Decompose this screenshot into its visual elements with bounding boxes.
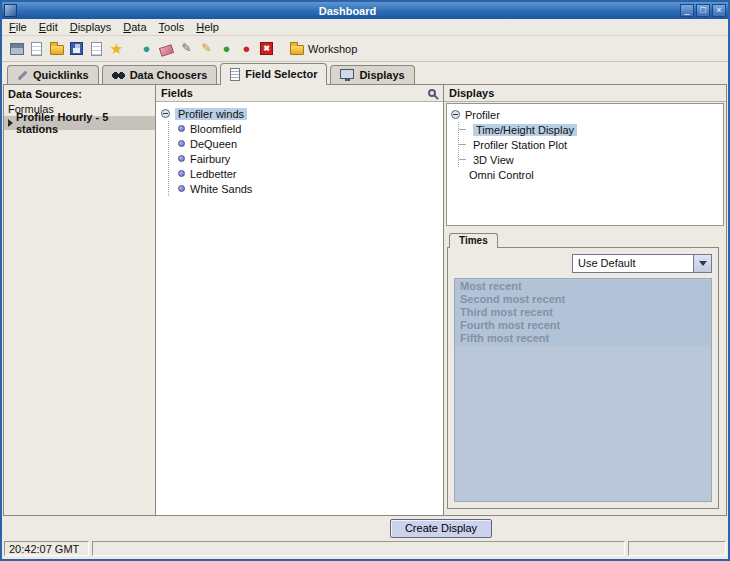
chevron-down-icon <box>699 261 707 266</box>
print-icon <box>91 42 102 56</box>
erase-icon <box>159 44 174 57</box>
fields-header-label: Fields <box>161 87 193 99</box>
binoculars-icon <box>112 71 125 80</box>
stop-loads-icon: ✖ <box>260 42 273 55</box>
fields-panel: Fields Profiler winds Bloomfield DeQueen <box>156 85 444 515</box>
tree-node[interactable]: Profiler Station Plot <box>459 137 719 152</box>
tree-connector <box>459 129 466 130</box>
fields-header: Fields <box>156 85 443 102</box>
workshop-group[interactable]: Workshop <box>290 42 357 55</box>
data-source-item-selected[interactable]: Profiler Hourly - 5 stations <box>4 116 155 130</box>
menu-data[interactable]: Data <box>119 20 154 34</box>
leaf-icon <box>178 125 185 132</box>
minimize-button[interactable]: _ <box>680 4 694 17</box>
tree-node-selected[interactable]: Time/Height Display <box>459 122 719 137</box>
show-dashboard-icon <box>10 43 24 55</box>
data-sources-header: Data Sources: <box>4 85 155 102</box>
tree-node-label: Profiler Station Plot <box>473 139 567 151</box>
tree-connector <box>459 159 466 160</box>
menu-displays[interactable]: Displays <box>66 20 120 34</box>
menu-help[interactable]: Help <box>192 20 227 34</box>
memory-field <box>628 541 726 556</box>
history-icon[interactable]: ● <box>138 40 155 57</box>
dashboard-window: Dashboard _ □ × File Edit Displays Data … <box>0 0 730 561</box>
workshop-label: Workshop <box>308 43 357 55</box>
menu-tools[interactable]: Tools <box>155 20 193 34</box>
time-list-item[interactable]: Fifth most recent <box>455 332 711 345</box>
selection-arrow-icon <box>8 119 13 127</box>
close-button[interactable]: × <box>712 4 726 17</box>
menubar: File Edit Displays Data Tools Help <box>2 19 728 36</box>
leaf-icon <box>178 170 185 177</box>
menu-edit[interactable]: Edit <box>35 20 66 34</box>
tree-node[interactable]: 3D View <box>459 152 719 167</box>
tree-expand-handle-icon[interactable] <box>161 109 170 118</box>
dropdown-value: Use Default <box>573 255 693 272</box>
window-menu-icon[interactable] <box>4 4 17 17</box>
tree-expand-handle-icon[interactable] <box>451 110 460 119</box>
tree-node-label: White Sands <box>190 183 252 195</box>
record-icon[interactable]: ● <box>238 40 255 57</box>
run-icon[interactable]: ● <box>218 40 235 57</box>
main-tabs: Quicklinks Data Choosers Field Selector … <box>2 62 728 84</box>
tree-node-label: Bloomfield <box>190 123 241 135</box>
displays-panel: Displays Profiler Time/Height Display Pr… <box>444 85 726 515</box>
tree-node-root[interactable]: Profiler <box>451 107 719 122</box>
times-mode-dropdown[interactable]: Use Default <box>572 254 712 273</box>
tree-node[interactable]: White Sands <box>169 181 438 196</box>
displays-header-label: Displays <box>449 87 494 99</box>
times-panel: Times Use Default Most recent Second mos… <box>447 233 719 509</box>
tree-node[interactable]: Ledbetter <box>169 166 438 181</box>
draw-icon[interactable]: ✎ <box>178 40 195 57</box>
tab-label: Quicklinks <box>33 69 89 81</box>
new-bundle-icon <box>31 42 42 56</box>
tree-node-root[interactable]: Profiler winds <box>161 106 438 121</box>
fields-tree-children: Bloomfield DeQueen Fairbury Ledbetter <box>168 121 438 196</box>
times-content: Use Default Most recent Second most rece… <box>447 247 719 509</box>
create-display-button[interactable]: Create Display <box>390 519 492 538</box>
data-sources-panel: Data Sources: Formulas Profiler Hourly -… <box>4 85 156 515</box>
leaf-icon <box>178 185 185 192</box>
tab-label: Data Choosers <box>130 69 208 81</box>
tab-field-selector[interactable]: Field Selector <box>220 63 327 85</box>
time-list-item[interactable]: Third most recent <box>455 306 711 319</box>
statusbar: 20:42:07 GMT <box>2 540 728 559</box>
time-list-item[interactable]: Fourth most recent <box>455 319 711 332</box>
tree-node[interactable]: DeQueen <box>169 136 438 151</box>
maximize-button[interactable]: □ <box>696 4 710 17</box>
tree-node-label: Ledbetter <box>190 168 236 180</box>
monitor-icon <box>340 69 354 79</box>
tab-times[interactable]: Times <box>449 233 498 248</box>
tree-node[interactable]: Omni Control <box>451 167 719 182</box>
tree-node[interactable]: Bloomfield <box>169 121 438 136</box>
window-title: Dashboard <box>17 5 678 17</box>
tree-node-label: 3D View <box>473 154 514 166</box>
tree-connector <box>459 144 466 145</box>
tree-node[interactable]: Fairbury <box>169 151 438 166</box>
fields-tree: Profiler winds Bloomfield DeQueen Fairbu… <box>156 102 443 200</box>
favorites-icon[interactable]: ★ <box>108 40 125 57</box>
toolbar: ★ ● ✎ ✎ ● ● ✖ Workshop <box>2 36 728 62</box>
tab-quicklinks[interactable]: Quicklinks <box>7 65 99 84</box>
clock-field: 20:42:07 GMT <box>4 541 89 556</box>
field-selector-panel: Data Sources: Formulas Profiler Hourly -… <box>3 84 727 516</box>
edit-icon[interactable]: ✎ <box>198 40 215 57</box>
bottom-button-row: Create Display <box>2 516 728 540</box>
tab-label: Displays <box>359 69 404 81</box>
tab-data-choosers[interactable]: Data Choosers <box>102 65 218 84</box>
tree-node-label: DeQueen <box>190 138 237 150</box>
time-list-item[interactable]: Second most recent <box>455 293 711 306</box>
search-icon[interactable] <box>428 89 436 97</box>
field-selector-icon <box>230 68 240 81</box>
displays-tree-children: Time/Height Display Profiler Station Plo… <box>458 122 719 167</box>
tab-displays[interactable]: Displays <box>330 65 414 84</box>
tree-node-label: Profiler winds <box>175 108 247 120</box>
leaf-icon <box>178 155 185 162</box>
tree-node-label: Time/Height Display <box>473 124 577 136</box>
leaf-icon <box>178 140 185 147</box>
status-message-field <box>92 541 625 556</box>
dropdown-button[interactable] <box>693 255 711 272</box>
tree-node-label: Omni Control <box>469 169 534 181</box>
time-list-item[interactable]: Most recent <box>455 280 711 293</box>
menu-file[interactable]: File <box>5 20 35 34</box>
